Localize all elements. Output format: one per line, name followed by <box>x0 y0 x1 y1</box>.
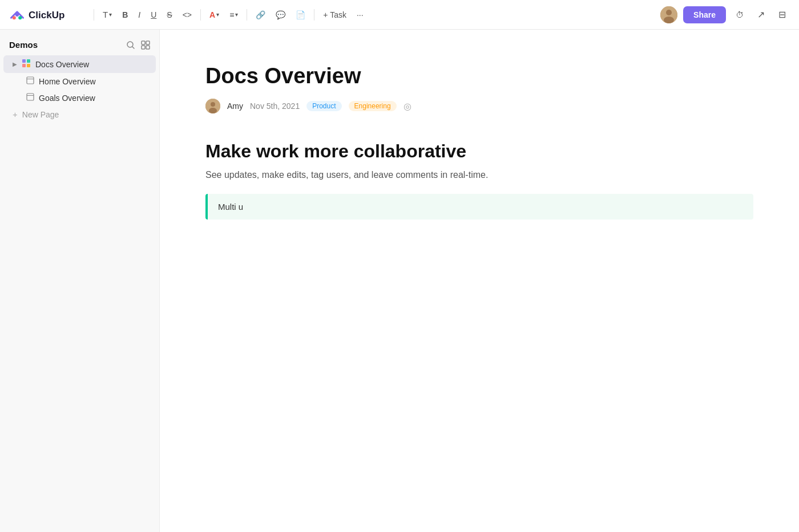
svg-rect-16 <box>27 64 30 67</box>
new-page-button[interactable]: + New Page <box>3 106 156 123</box>
logo[interactable]: ClickUp <box>9 7 80 23</box>
plus-icon: + <box>13 109 18 119</box>
blockquote-text: Multi u <box>218 202 243 212</box>
comment-button[interactable]: 💬 <box>272 8 289 22</box>
author-name: Amy <box>227 101 243 111</box>
svg-point-2 <box>18 16 22 19</box>
home-overview-label: Home Overview <box>39 77 147 86</box>
toolbar-divider-3 <box>247 9 247 21</box>
tag-engineering[interactable]: Engineering <box>349 101 397 111</box>
doc-meta: Amy Nov 5th, 2021 Product Engineering ◎ <box>205 99 753 113</box>
avatar-svg <box>660 6 677 23</box>
svg-rect-12 <box>146 46 150 49</box>
bold-icon: B <box>122 10 128 19</box>
new-page-label: New Page <box>22 110 59 119</box>
avatar[interactable] <box>660 6 677 23</box>
color-dropdown-arrow: ▾ <box>216 11 219 18</box>
sidebar-search-button[interactable] <box>126 40 135 50</box>
svg-rect-10 <box>146 41 150 44</box>
svg-point-23 <box>209 108 217 113</box>
layout-icon: ⊟ <box>778 9 786 20</box>
author-avatar <box>205 99 220 113</box>
toolbar-divider-2 <box>200 9 201 21</box>
layout-icon <box>141 40 150 50</box>
more-icon: ··· <box>357 10 364 19</box>
text-icon: T <box>103 10 108 19</box>
svg-text:ClickUp: ClickUp <box>29 10 64 21</box>
link-icon: 🔗 <box>256 10 265 19</box>
align-dropdown-arrow: ▾ <box>235 11 238 18</box>
toolbar-divider-4 <box>314 9 314 21</box>
sidebar-item-docs-overview[interactable]: ▶ Docs Overview <box>3 55 156 73</box>
svg-rect-13 <box>22 59 26 63</box>
layout-button[interactable]: ⊟ <box>774 7 790 22</box>
comment-icon: 💬 <box>276 10 285 19</box>
italic-button[interactable]: I <box>134 8 144 22</box>
doc-button[interactable]: 📄 <box>292 8 309 22</box>
doc-icon: 📄 <box>296 10 305 19</box>
code-button[interactable]: <> <box>179 8 196 22</box>
expand-arrow-icon: ▶ <box>13 61 17 67</box>
section-heading: Make work more collaborative <box>205 141 753 162</box>
tag-product[interactable]: Product <box>306 101 341 111</box>
svg-point-22 <box>211 102 215 107</box>
bold-button[interactable]: B <box>118 8 132 22</box>
svg-rect-19 <box>27 94 34 100</box>
doc-title: Docs Overview <box>205 64 753 88</box>
svg-point-0 <box>13 16 16 19</box>
doc-date: Nov 5th, 2021 <box>250 101 300 111</box>
code-icon: <> <box>183 10 192 19</box>
blockquote: Multi u <box>205 194 753 220</box>
svg-rect-17 <box>27 77 34 84</box>
sidebar-header: Demos <box>0 36 159 55</box>
svg-rect-15 <box>22 64 26 67</box>
add-task-button[interactable]: + Task <box>319 8 350 22</box>
docs-overview-label: Docs Overview <box>35 60 147 69</box>
svg-rect-14 <box>27 59 30 63</box>
color-button[interactable]: A ▾ <box>205 8 223 22</box>
content-area: Docs Overview Amy Nov 5th, 2021 Product … <box>160 30 799 532</box>
toolbar: ClickUp T ▾ B I U S <> A ▾ ≡ ▾ <box>0 0 799 30</box>
italic-icon: I <box>138 10 140 19</box>
strikethrough-icon: S <box>167 10 172 19</box>
main: Demos <box>0 30 799 532</box>
meta-more-icon[interactable]: ◎ <box>403 101 411 112</box>
history-icon: ⏱ <box>736 10 744 19</box>
color-a-icon: A <box>209 10 215 19</box>
goals-overview-label: Goals Overview <box>39 94 147 103</box>
toolbar-right: Share ⏱ ↗ ⊟ <box>660 6 790 23</box>
svg-point-1 <box>15 13 19 16</box>
align-icon: ≡ <box>229 10 234 19</box>
sidebar-item-goals-overview[interactable]: Goals Overview <box>3 90 156 106</box>
expand-icon: ↗ <box>757 9 765 20</box>
author-avatar-svg <box>205 99 220 113</box>
sidebar-item-home-overview[interactable]: Home Overview <box>3 73 156 90</box>
link-button[interactable]: 🔗 <box>252 8 269 22</box>
svg-point-6 <box>664 17 674 23</box>
svg-point-5 <box>666 10 672 15</box>
section-subtitle: See updates, make edits, tag users, and … <box>205 170 753 180</box>
sidebar-layout-button[interactable] <box>141 40 150 50</box>
history-button[interactable]: ⏱ <box>732 8 748 22</box>
clickup-logo-svg: ClickUp <box>29 8 80 22</box>
sidebar-icons <box>126 40 150 50</box>
text-style-button[interactable]: T ▾ <box>99 7 116 22</box>
add-task-icon: + Task <box>323 10 346 19</box>
strikethrough-button[interactable]: S <box>163 8 176 22</box>
expand-button[interactable]: ↗ <box>753 7 769 22</box>
text-dropdown-arrow: ▾ <box>109 11 112 18</box>
more-button[interactable]: ··· <box>353 8 368 22</box>
underline-icon: U <box>151 10 156 19</box>
svg-rect-11 <box>142 46 145 49</box>
docs-overview-icon <box>22 59 31 70</box>
search-icon <box>126 40 135 50</box>
svg-line-8 <box>132 47 134 48</box>
share-button[interactable]: Share <box>683 6 726 23</box>
underline-button[interactable]: U <box>147 8 160 22</box>
svg-rect-9 <box>142 41 145 44</box>
toolbar-divider-1 <box>94 9 94 21</box>
goals-overview-icon <box>26 93 34 103</box>
sidebar: Demos <box>0 30 160 532</box>
align-button[interactable]: ≡ ▾ <box>225 8 242 22</box>
toolbar-left: ClickUp T ▾ B I U S <> A ▾ ≡ ▾ <box>9 7 368 23</box>
